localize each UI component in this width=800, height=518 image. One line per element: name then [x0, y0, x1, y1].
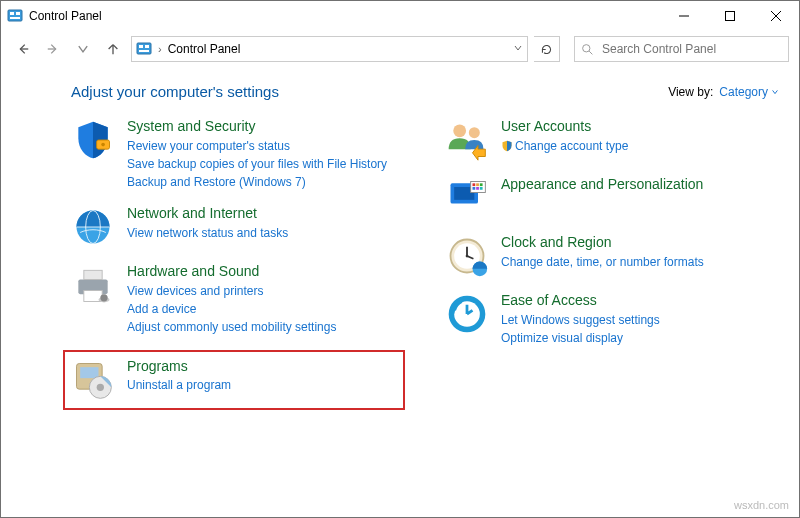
view-by-label: View by:	[668, 85, 713, 99]
content-area: Adjust your computer's settings View by:…	[1, 67, 799, 517]
recent-dropdown[interactable]	[71, 37, 95, 61]
svg-rect-1	[10, 12, 14, 15]
category-link[interactable]: View network status and tasks	[127, 224, 288, 242]
refresh-button[interactable]	[534, 36, 560, 62]
svg-point-14	[583, 44, 590, 51]
control-panel-icon	[7, 8, 23, 24]
svg-rect-10	[137, 43, 151, 54]
category-link[interactable]: Save backup copies of your files with Fi…	[127, 155, 387, 173]
category-users: User Accounts Change account type	[445, 118, 779, 162]
category-programs: Programs Uninstall a program	[63, 350, 405, 410]
user-accounts-icon	[445, 118, 489, 162]
up-button[interactable]	[101, 37, 125, 61]
address-bar[interactable]: › Control Panel	[131, 36, 528, 62]
category-link[interactable]: Let Windows suggest settings	[501, 311, 660, 329]
category-title[interactable]: System and Security	[127, 118, 387, 135]
control-panel-icon	[136, 41, 152, 57]
personalization-icon	[445, 176, 489, 220]
svg-rect-2	[16, 12, 20, 15]
svg-rect-40	[480, 187, 483, 190]
category-title[interactable]: Hardware and Sound	[127, 263, 336, 280]
category-link[interactable]: Optimize visual display	[501, 329, 660, 347]
globe-icon	[71, 205, 115, 249]
category-title[interactable]: Ease of Access	[501, 292, 660, 309]
category-hardware: Hardware and Sound View devices and prin…	[71, 263, 405, 336]
category-title[interactable]: Network and Internet	[127, 205, 288, 222]
svg-point-17	[101, 143, 105, 147]
search-box[interactable]	[574, 36, 789, 62]
chevron-right-icon: ›	[158, 43, 162, 55]
category-title[interactable]: Clock and Region	[501, 234, 704, 251]
category-system: System and Security Review your computer…	[71, 118, 405, 191]
window-title: Control Panel	[29, 9, 102, 23]
category-clock: Clock and Region Change date, time, or n…	[445, 234, 779, 278]
category-column-right: User Accounts Change account type Appear…	[445, 118, 779, 410]
svg-rect-0	[8, 10, 22, 21]
category-network: Network and Internet View network status…	[71, 205, 405, 249]
search-icon	[581, 43, 594, 56]
view-by-dropdown[interactable]: Category	[719, 85, 779, 99]
clock-icon	[445, 234, 489, 278]
svg-rect-38	[473, 187, 476, 190]
category-link[interactable]: Backup and Restore (Windows 7)	[127, 173, 387, 191]
svg-line-15	[589, 51, 592, 54]
page-title: Adjust your computer's settings	[71, 83, 668, 100]
back-button[interactable]	[11, 37, 35, 61]
breadcrumb-item[interactable]: Control Panel	[168, 42, 241, 56]
category-column-left: System and Security Review your computer…	[71, 118, 405, 410]
toolbar: › Control Panel	[1, 31, 799, 67]
ease-of-access-icon	[445, 292, 489, 336]
chevron-down-icon	[771, 88, 779, 96]
svg-point-25	[100, 294, 107, 301]
svg-rect-27	[80, 367, 98, 378]
titlebar: Control Panel	[1, 1, 799, 31]
svg-rect-11	[139, 45, 143, 48]
forward-button[interactable]	[41, 37, 65, 61]
category-title[interactable]: User Accounts	[501, 118, 628, 135]
svg-rect-3	[10, 17, 20, 19]
svg-rect-37	[480, 183, 483, 186]
svg-rect-13	[139, 50, 149, 52]
category-ease: Ease of Access Let Windows suggest setti…	[445, 292, 779, 347]
category-link[interactable]: Review your computer's status	[127, 137, 387, 155]
category-appearance: Appearance and Personalization	[445, 176, 779, 220]
search-input[interactable]	[600, 41, 782, 57]
svg-rect-12	[145, 45, 149, 48]
svg-rect-5	[726, 12, 735, 21]
shield-small-icon	[501, 140, 513, 152]
category-link[interactable]: View devices and printers	[127, 282, 336, 300]
watermark: wsxdn.com	[734, 499, 789, 511]
programs-icon	[71, 358, 115, 402]
category-link[interactable]: Add a device	[127, 300, 336, 318]
svg-rect-39	[476, 187, 479, 190]
maximize-button[interactable]	[707, 1, 753, 31]
svg-point-30	[453, 124, 466, 137]
category-title[interactable]: Appearance and Personalization	[501, 176, 703, 193]
svg-point-29	[97, 383, 104, 390]
category-title[interactable]: Programs	[127, 358, 231, 375]
minimize-button[interactable]	[661, 1, 707, 31]
svg-rect-22	[84, 270, 102, 279]
svg-point-45	[466, 255, 469, 258]
category-link[interactable]: Change account type	[501, 137, 628, 155]
category-link[interactable]: Adjust commonly used mobility settings	[127, 318, 336, 336]
printer-icon	[71, 263, 115, 307]
svg-rect-35	[473, 183, 476, 186]
close-button[interactable]	[753, 1, 799, 31]
svg-point-31	[469, 127, 480, 138]
chevron-down-icon[interactable]	[513, 42, 523, 56]
category-link[interactable]: Change date, time, or number formats	[501, 253, 704, 271]
svg-rect-36	[476, 183, 479, 186]
control-panel-window: Control Panel › Control Panel Adjust you…	[0, 0, 800, 518]
category-link[interactable]: Uninstall a program	[127, 376, 231, 394]
shield-icon	[71, 118, 115, 162]
